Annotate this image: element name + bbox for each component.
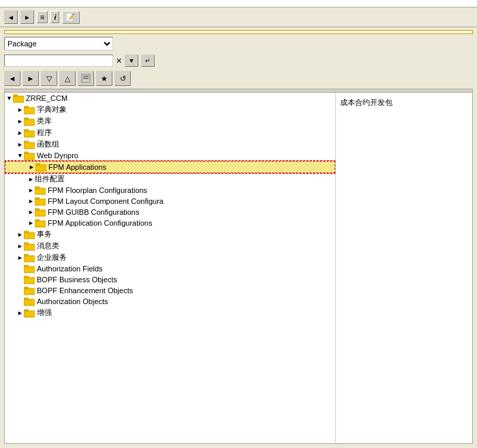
object-icon [81,74,91,83]
svg-marker-14 [24,152,29,153]
expand-arrow[interactable]: ► [28,187,35,194]
svg-marker-28 [24,243,29,244]
tree-description [339,145,470,157]
info-button[interactable]: i [50,11,59,23]
item-label: 程序 [37,128,52,138]
tree-description [339,218,470,230]
tree-item[interactable]: ▼ ZRRE_CCM [5,93,335,104]
expand-arrow[interactable]: ► [17,243,24,250]
svg-rect-1 [83,76,89,77]
tree-description [339,194,470,206]
expand-arrow[interactable]: ► [17,118,24,125]
tree-item[interactable]: ► FPM GUIBB Configurations [5,207,335,218]
folder-icon [24,241,35,251]
tree-item[interactable]: ► FPM Applications [5,161,335,173]
tree-description [339,132,470,145]
item-label: 函数组 [37,139,59,149]
tree-item[interactable]: ► 企业服务 [5,252,335,263]
svg-marker-37 [24,299,35,305]
expand-arrow[interactable]: ► [29,164,35,170]
expand-arrow[interactable]: ► [17,310,24,316]
expand-arrow[interactable]: ► [28,176,35,183]
svg-marker-36 [24,287,29,288]
search-row: ✕ ▼ ↵ [0,53,477,68]
expand-arrow[interactable]: ► [28,209,35,215]
expand-arrow[interactable]: ► [17,231,24,238]
nav-filter-button[interactable]: ▽ [41,71,57,86]
tree-description [339,292,470,304]
filter-dropdown[interactable]: Package Object Name [4,37,113,50]
forward-button[interactable]: ► [20,10,34,24]
tree-item[interactable]: BOPF Business Objects [5,274,335,285]
expand-arrow[interactable]: ▼ [6,95,13,102]
tree-description [339,206,470,218]
tree-item[interactable]: ► 字典对象 [5,104,335,115]
svg-marker-20 [35,198,40,199]
tree-description [339,120,470,132]
svg-marker-27 [24,244,35,250]
search-execute-button[interactable]: ↵ [141,55,155,67]
tree-item[interactable]: BOPF Enhancement Objects [5,285,335,296]
tree-item[interactable]: Authorization Fields [5,263,335,274]
folder-icon [24,264,35,273]
tree-item[interactable]: Authorization Objects [5,296,335,307]
svg-marker-9 [24,131,35,137]
expand-arrow[interactable]: ► [17,141,24,148]
expand-arrow[interactable]: ▼ [17,152,24,159]
edit-object-button[interactable]: 📝 [62,11,80,24]
expand-arrow[interactable]: ► [17,106,24,113]
svg-marker-19 [35,199,46,205]
tree-item[interactable]: ► 事务 [5,228,335,240]
svg-marker-34 [24,276,29,278]
svg-marker-26 [24,231,29,233]
tree-left-panel: ▼ ZRRE_CCM► 字典对象► 类库► 程序► 函数组▼ Web Dynpr… [5,93,336,443]
list-button[interactable]: ≡ [37,11,48,23]
search-input[interactable] [4,55,113,67]
svg-marker-16 [35,164,40,165]
tree-description [339,243,470,255]
svg-marker-29 [24,256,35,262]
tree-panel: ▼ ZRRE_CCM► 字典对象► 类库► 程序► 函数组▼ Web Dynpr… [4,89,473,444]
tree-item[interactable]: ► 增强 [5,307,335,318]
svg-marker-21 [35,210,46,216]
item-label: FPM Applications [48,163,106,171]
folder-icon [35,162,46,172]
expand-arrow[interactable]: ► [17,254,24,261]
tree-description [339,157,470,169]
tree-item[interactable]: ► 消息类 [5,240,335,252]
svg-marker-3 [13,96,24,102]
nav-star-button[interactable]: ★ [96,71,112,86]
tree-item[interactable]: ► 函数组 [5,138,335,150]
svg-marker-10 [24,130,29,131]
svg-marker-39 [24,311,35,317]
tree-description [339,230,470,243]
item-label: FPM Floorplan Configurations [48,186,147,194]
item-label: 字典对象 [37,104,67,115]
tree-item[interactable]: ► FPM Layout Component Configura [5,196,335,207]
svg-marker-6 [24,106,29,108]
tree-item[interactable]: ► FPM Floorplan Configurations [5,185,335,196]
back-button[interactable]: ◄ [4,10,18,24]
tree-item[interactable]: ► 程序 [5,127,335,138]
expand-arrow[interactable]: ► [17,130,24,136]
nav-refresh-button[interactable]: ↺ [114,71,131,86]
expand-arrow[interactable]: ► [28,220,35,226]
nav-prev-button[interactable]: ◄ [4,71,20,86]
tree-item[interactable]: ►组件配置 [5,173,335,185]
dropdown-arrow-button[interactable]: ▼ [125,55,138,67]
nav-obj1-button[interactable] [78,71,94,86]
folder-icon [35,196,46,206]
tree-item[interactable]: ▼ Web Dynpro [5,150,335,161]
tree-description [339,169,470,181]
filter-row: Package Object Name [0,34,477,53]
nav-expand-button[interactable]: △ [59,71,76,86]
tree-item[interactable]: ► FPM Application Configurations [5,218,335,228]
nav-next-button[interactable]: ► [22,71,39,86]
tree-item[interactable]: ► 类库 [5,115,335,127]
expand-arrow[interactable]: ► [28,198,35,205]
tree-right-panel: 成本合约开发包 [336,93,472,443]
item-label: Web Dynpro [37,151,78,160]
clear-button[interactable]: ✕ [116,57,122,65]
item-label: 增强 [37,308,52,318]
svg-marker-32 [24,265,29,267]
